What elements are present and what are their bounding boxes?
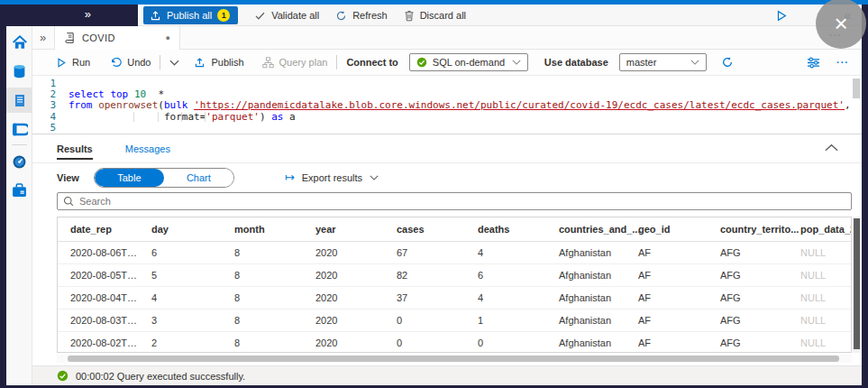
- table-row[interactable]: 2020-08-02T00:...28202000AfghanistanAFAF…: [58, 331, 852, 353]
- query-plan-icon: [262, 57, 274, 69]
- undo-dropdown-chevron-icon[interactable]: [169, 60, 179, 66]
- sql-editor[interactable]: 12select top 10 *3from openrowset(bulk '…: [32, 76, 862, 134]
- undo-button[interactable]: Undo: [110, 57, 151, 68]
- column-header[interactable]: countries_and_...: [546, 217, 626, 241]
- export-results-label: Export results: [302, 172, 362, 183]
- indent-guide: [205, 112, 206, 122]
- code-token: a: [283, 112, 295, 123]
- debug-play-icon[interactable]: [775, 9, 788, 23]
- code-line[interactable]: 5: [32, 123, 862, 134]
- connect-to-label: Connect to: [346, 57, 397, 68]
- table-cell: 0: [384, 309, 465, 331]
- database-value: master: [626, 57, 657, 68]
- sidebar-item-monitor[interactable]: [6, 149, 32, 174]
- sidebar-item-home[interactable]: [6, 30, 32, 55]
- table-cell: 2020-08-05T00:...: [58, 263, 139, 286]
- window-left-edge: [0, 5, 6, 388]
- connected-check-icon: [416, 57, 427, 68]
- column-header[interactable]: geo_id: [626, 217, 708, 241]
- table-cell: Afghanistan: [546, 286, 626, 309]
- search-input[interactable]: [79, 196, 845, 207]
- overlay-close-button[interactable]: ×: [816, 0, 866, 49]
- expand-panel-chevron-icon[interactable]: »: [85, 7, 91, 21]
- view-table-option[interactable]: Table: [95, 169, 164, 187]
- document-icon: [13, 93, 27, 108]
- export-icon: ↦: [285, 171, 295, 184]
- results-tab-strip: Results Messages: [32, 134, 862, 163]
- export-results-button[interactable]: ↦ Export results: [285, 171, 379, 184]
- code-line[interactable]: 3from openrowset(bulk 'https://pandemicd…: [32, 100, 862, 111]
- results-vertical-scrollbar[interactable]: [853, 217, 861, 353]
- sidebar-item-integrate[interactable]: [6, 116, 32, 142]
- column-header[interactable]: deaths: [465, 217, 546, 241]
- column-header[interactable]: cases: [384, 217, 465, 241]
- table-cell: AF: [626, 286, 708, 309]
- line-number: 4: [32, 112, 69, 123]
- scrollbar-thumb[interactable]: [854, 218, 860, 349]
- query-plan-button[interactable]: Query plan: [262, 57, 328, 69]
- column-header[interactable]: date_rep: [58, 217, 139, 241]
- table-cell: 2020: [303, 263, 384, 286]
- table-cell: 2020: [303, 309, 384, 331]
- expand-tabs-chevron-icon[interactable]: »: [40, 31, 46, 44]
- tab-label: COVID: [82, 32, 115, 43]
- header-dark-region: »: [6, 5, 138, 26]
- table-cell: Afghanistan: [546, 331, 626, 353]
- table-row[interactable]: 2020-08-05T00:...582020826AfghanistanAFA…: [58, 263, 852, 286]
- tab-messages[interactable]: Messages: [125, 134, 170, 163]
- sidebar-item-manage[interactable]: [6, 178, 32, 203]
- success-check-icon: [57, 370, 69, 382]
- refresh-label: Refresh: [352, 10, 388, 21]
- code-token: 'https://pandemicdatalake.blob.core.wind…: [194, 100, 845, 111]
- table-cell: 2020: [303, 331, 384, 353]
- toolbar-overflow-ellipsis[interactable]: ···: [836, 57, 849, 68]
- validate-all-button[interactable]: Validate all: [254, 10, 319, 22]
- code-token: from: [69, 100, 93, 111]
- scrollbar-thumb[interactable]: [68, 356, 839, 362]
- home-icon: [12, 34, 28, 51]
- table-cell: AF: [626, 331, 708, 353]
- table-row[interactable]: 2020-08-04T00:...482020374AfghanistanAFA…: [58, 286, 852, 309]
- table-row[interactable]: 2020-08-06T00:...682020674AfghanistanAFA…: [58, 241, 852, 263]
- tab-covid[interactable]: COVID ●: [54, 26, 180, 50]
- table-cell: NULL: [788, 241, 852, 263]
- code-token: [93, 100, 99, 111]
- column-header[interactable]: day: [139, 217, 222, 241]
- tab-results[interactable]: Results: [57, 134, 93, 163]
- trash-icon: [404, 10, 415, 22]
- column-header[interactable]: country_territo...: [708, 217, 788, 241]
- table-cell: 8: [222, 309, 303, 331]
- discard-all-button[interactable]: Discard all: [404, 10, 466, 22]
- table-cell: 8: [222, 286, 303, 309]
- query-toolbar: Run Undo Publish Query plan Connect to S…: [32, 50, 862, 76]
- editor-vertical-scrollbar[interactable]: [853, 79, 860, 98]
- pipeline-icon: [12, 123, 28, 136]
- code-token: as: [271, 112, 283, 123]
- code-line[interactable]: 4 format='parquet') as a: [32, 112, 862, 123]
- publish-all-button[interactable]: Publish all 1: [143, 6, 238, 24]
- sidebar-item-develop[interactable]: [6, 88, 32, 113]
- command-bar: » Publish all 1 Validate all Refresh: [6, 5, 862, 26]
- publish-label: Publish: [211, 57, 243, 68]
- refresh-icon: [721, 56, 734, 69]
- publish-button[interactable]: Publish: [194, 57, 243, 69]
- properties-sliders-icon[interactable]: [807, 57, 820, 69]
- query-plan-label: Query plan: [279, 57, 328, 68]
- indent-guide: [133, 112, 134, 122]
- table-cell: 2020-08-02T00:...: [58, 331, 139, 353]
- connection-dropdown[interactable]: SQL on-demand: [409, 53, 528, 71]
- refresh-button[interactable]: Refresh: [335, 10, 388, 22]
- table-row[interactable]: 2020-08-03T00:...38202001AfghanistanAFAF…: [58, 309, 852, 331]
- table-cell: 2020-08-06T00:...: [58, 241, 139, 263]
- sidebar-item-data[interactable]: [6, 59, 32, 84]
- column-header[interactable]: year: [303, 217, 384, 241]
- view-chart-option[interactable]: Chart: [164, 169, 233, 187]
- column-header[interactable]: month: [222, 217, 303, 241]
- run-button[interactable]: Run: [56, 57, 90, 69]
- database-dropdown[interactable]: master: [619, 53, 707, 71]
- table-cell: 8: [222, 331, 303, 353]
- collapse-results-chevron-up-icon[interactable]: [825, 143, 838, 152]
- results-horizontal-scrollbar[interactable]: [57, 355, 852, 363]
- refresh-databases-button[interactable]: [721, 56, 734, 69]
- chevron-down-icon: [690, 60, 699, 65]
